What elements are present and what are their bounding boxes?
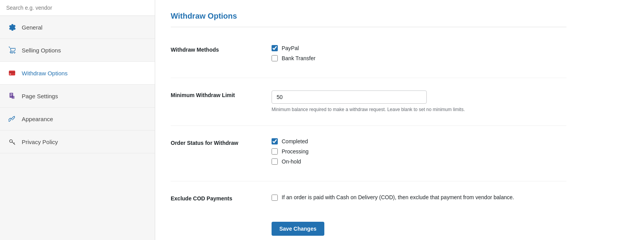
bank-transfer-label[interactable]: Bank Transfer <box>282 55 315 61</box>
on-hold-label[interactable]: On-hold <box>282 158 301 165</box>
sidebar-item-withdraw-label: Withdraw Options <box>22 70 68 77</box>
exclude-cod-row: Exclude COD Payments If an order is paid… <box>171 188 566 212</box>
order-status-row: Order Status for Withdraw Completed Proc… <box>171 132 566 175</box>
sidebar-item-general-label: General <box>22 24 42 31</box>
sidebar: General Selling Options Withdraw Options <box>0 0 155 240</box>
sidebar-item-appearance[interactable]: Appearance <box>0 108 155 130</box>
sidebar-item-page-label: Page Settings <box>22 93 58 99</box>
sidebar-nav: General Selling Options Withdraw Options <box>0 16 155 153</box>
minimum-withdraw-label: Minimum Withdraw Limit <box>171 84 272 119</box>
withdraw-methods-row: Withdraw Methods PayPal Bank Transfer <box>171 39 566 71</box>
processing-checkbox[interactable] <box>272 148 278 155</box>
cart-icon <box>8 46 16 54</box>
sidebar-item-privacy-label: Privacy Policy <box>22 139 58 145</box>
svg-rect-2 <box>10 74 11 75</box>
sidebar-item-selling-label: Selling Options <box>22 47 61 54</box>
svg-rect-6 <box>10 96 12 96</box>
svg-rect-7 <box>12 96 14 99</box>
withdraw-icon <box>8 69 16 77</box>
bank-transfer-checkbox-row: Bank Transfer <box>272 55 566 61</box>
brush-icon <box>8 115 16 123</box>
order-status-label: Order Status for Withdraw <box>171 132 272 175</box>
svg-point-9 <box>10 140 12 143</box>
exclude-cod-label: Exclude COD Payments <box>171 188 272 212</box>
completed-label[interactable]: Completed <box>282 138 308 144</box>
sidebar-item-selling-options[interactable]: Selling Options <box>0 39 155 62</box>
paypal-checkbox-row: PayPal <box>272 45 566 51</box>
sidebar-item-privacy-policy[interactable]: Privacy Policy <box>0 130 155 153</box>
exclude-cod-checkbox[interactable] <box>272 195 278 201</box>
settings-form: Withdraw Methods PayPal Bank Transfer <box>171 39 566 240</box>
svg-rect-1 <box>9 72 15 73</box>
paypal-checkbox[interactable] <box>272 45 278 51</box>
save-button-cell: Save Changes <box>272 212 566 240</box>
paypal-label[interactable]: PayPal <box>282 45 299 51</box>
main-content: Withdraw Options Withdraw Methods PayPal… <box>155 0 644 240</box>
minimum-withdraw-hint: Minimum balance required to make a withd… <box>272 106 504 113</box>
withdraw-methods-input: PayPal Bank Transfer <box>272 39 566 71</box>
save-button[interactable]: Save Changes <box>272 222 324 236</box>
gear-icon <box>8 23 16 31</box>
exclude-cod-checkbox-row: If an order is paid with Cash on Deliver… <box>272 194 566 202</box>
completed-checkbox-row: Completed <box>272 138 566 144</box>
exclude-cod-checkbox-label[interactable]: If an order is paid with Cash on Deliver… <box>282 194 514 202</box>
content-wrapper: Withdraw Options Withdraw Methods PayPal… <box>155 0 582 240</box>
svg-point-8 <box>14 116 15 117</box>
processing-label[interactable]: Processing <box>282 148 308 155</box>
page-title: Withdraw Options <box>171 12 566 21</box>
sidebar-item-general[interactable]: General <box>0 16 155 39</box>
save-label-cell <box>171 212 272 240</box>
completed-checkbox[interactable] <box>272 138 278 144</box>
sidebar-search-container <box>0 0 155 16</box>
section-divider <box>171 27 566 27</box>
exclude-cod-input-cell: If an order is paid with Cash on Deliver… <box>272 188 566 212</box>
minimum-withdraw-input-cell: Minimum balance required to make a withd… <box>272 84 566 119</box>
svg-rect-4 <box>10 94 12 94</box>
page-icon <box>8 92 16 100</box>
on-hold-checkbox[interactable] <box>272 158 278 165</box>
bank-transfer-checkbox[interactable] <box>272 55 278 61</box>
order-status-input-cell: Completed Processing On-hold <box>272 132 566 175</box>
on-hold-checkbox-row: On-hold <box>272 158 566 165</box>
withdraw-methods-label: Withdraw Methods <box>171 39 272 71</box>
sidebar-item-appearance-label: Appearance <box>22 116 53 122</box>
processing-checkbox-row: Processing <box>272 148 566 155</box>
svg-rect-5 <box>10 94 12 95</box>
sidebar-item-withdraw-options[interactable]: Withdraw Options <box>0 62 155 85</box>
minimum-withdraw-row: Minimum Withdraw Limit Minimum balance r… <box>171 84 566 119</box>
sidebar-search-input[interactable] <box>6 5 149 11</box>
key-icon <box>8 137 16 146</box>
minimum-withdraw-input[interactable] <box>272 90 427 104</box>
sidebar-item-page-settings[interactable]: Page Settings <box>0 85 155 108</box>
save-row: Save Changes <box>171 212 566 240</box>
